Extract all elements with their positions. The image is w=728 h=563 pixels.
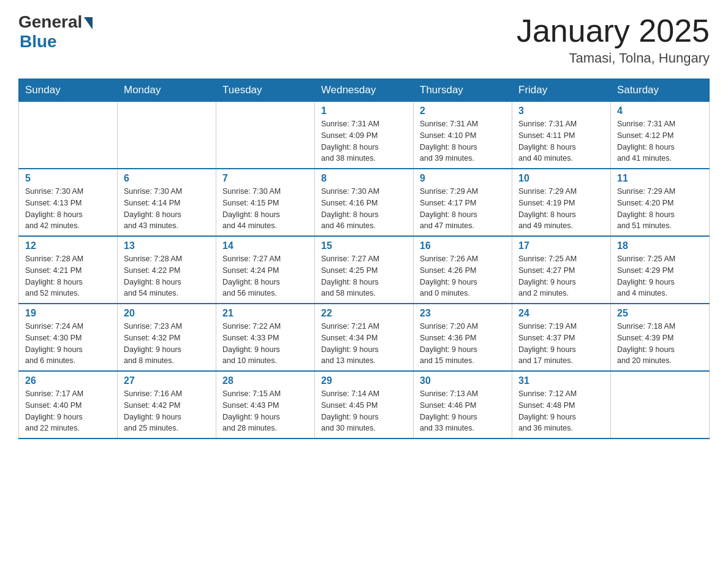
calendar-header-thursday: Thursday xyxy=(414,79,512,102)
calendar-cell: 25Sunrise: 7:18 AMSunset: 4:39 PMDayligh… xyxy=(611,304,710,371)
calendar-cell: 29Sunrise: 7:14 AMSunset: 4:45 PMDayligh… xyxy=(315,371,414,439)
day-number: 12 xyxy=(25,240,111,251)
day-info: Sunrise: 7:21 AMSunset: 4:34 PMDaylight:… xyxy=(321,321,407,367)
day-number: 22 xyxy=(321,308,407,319)
day-number: 15 xyxy=(321,240,407,251)
day-info: Sunrise: 7:31 AMSunset: 4:11 PMDaylight:… xyxy=(518,118,604,164)
calendar-cell: 10Sunrise: 7:29 AMSunset: 4:19 PMDayligh… xyxy=(512,169,611,236)
calendar-header-tuesday: Tuesday xyxy=(216,79,315,102)
day-number: 23 xyxy=(420,308,506,319)
calendar-cell: 18Sunrise: 7:25 AMSunset: 4:29 PMDayligh… xyxy=(611,236,710,304)
day-number: 31 xyxy=(518,375,604,386)
calendar-header-monday: Monday xyxy=(118,79,216,102)
calendar-cell: 26Sunrise: 7:17 AMSunset: 4:40 PMDayligh… xyxy=(19,371,118,439)
calendar-cell: 8Sunrise: 7:30 AMSunset: 4:16 PMDaylight… xyxy=(315,169,414,236)
day-number: 6 xyxy=(124,173,210,184)
day-number: 5 xyxy=(25,173,111,184)
day-number: 2 xyxy=(420,105,506,117)
day-info: Sunrise: 7:31 AMSunset: 4:09 PMDaylight:… xyxy=(321,118,407,164)
calendar-cell: 7Sunrise: 7:30 AMSunset: 4:15 PMDaylight… xyxy=(216,169,315,236)
day-number: 26 xyxy=(25,375,111,386)
day-number: 17 xyxy=(518,240,604,251)
calendar-cell: 13Sunrise: 7:28 AMSunset: 4:22 PMDayligh… xyxy=(118,236,216,304)
calendar-cell: 27Sunrise: 7:16 AMSunset: 4:42 PMDayligh… xyxy=(118,371,216,439)
day-info: Sunrise: 7:16 AMSunset: 4:42 PMDaylight:… xyxy=(124,388,210,434)
calendar-cell: 11Sunrise: 7:29 AMSunset: 4:20 PMDayligh… xyxy=(611,169,710,236)
day-info: Sunrise: 7:15 AMSunset: 4:43 PMDaylight:… xyxy=(222,388,308,434)
day-number: 11 xyxy=(617,173,703,184)
calendar-cell: 16Sunrise: 7:26 AMSunset: 4:26 PMDayligh… xyxy=(414,236,512,304)
day-number: 13 xyxy=(124,240,210,251)
calendar-cell: 19Sunrise: 7:24 AMSunset: 4:30 PMDayligh… xyxy=(19,304,118,371)
day-info: Sunrise: 7:22 AMSunset: 4:33 PMDaylight:… xyxy=(222,321,308,367)
day-info: Sunrise: 7:19 AMSunset: 4:37 PMDaylight:… xyxy=(518,321,604,367)
page-header: General Blue January 2025 Tamasi, Tolna,… xyxy=(18,12,710,66)
calendar-week-row-4: 26Sunrise: 7:17 AMSunset: 4:40 PMDayligh… xyxy=(19,371,710,439)
day-number: 14 xyxy=(222,240,308,251)
title-section: January 2025 Tamasi, Tolna, Hungary xyxy=(517,12,710,66)
calendar-cell: 2Sunrise: 7:31 AMSunset: 4:10 PMDaylight… xyxy=(414,102,512,169)
day-number: 10 xyxy=(518,173,604,184)
day-info: Sunrise: 7:27 AMSunset: 4:24 PMDaylight:… xyxy=(222,253,308,299)
day-number: 28 xyxy=(222,375,308,386)
calendar-week-row-2: 12Sunrise: 7:28 AMSunset: 4:21 PMDayligh… xyxy=(19,236,710,304)
calendar-cell: 22Sunrise: 7:21 AMSunset: 4:34 PMDayligh… xyxy=(315,304,414,371)
day-info: Sunrise: 7:18 AMSunset: 4:39 PMDaylight:… xyxy=(617,321,703,367)
day-number: 16 xyxy=(420,240,506,251)
calendar-cell: 24Sunrise: 7:19 AMSunset: 4:37 PMDayligh… xyxy=(512,304,611,371)
calendar-cell: 28Sunrise: 7:15 AMSunset: 4:43 PMDayligh… xyxy=(216,371,315,439)
day-info: Sunrise: 7:29 AMSunset: 4:17 PMDaylight:… xyxy=(420,186,506,232)
calendar-cell: 30Sunrise: 7:13 AMSunset: 4:46 PMDayligh… xyxy=(414,371,512,439)
day-info: Sunrise: 7:13 AMSunset: 4:46 PMDaylight:… xyxy=(420,388,506,434)
calendar-cell xyxy=(118,102,216,169)
calendar-cell xyxy=(216,102,315,169)
calendar-header-row: SundayMondayTuesdayWednesdayThursdayFrid… xyxy=(19,79,710,102)
day-number: 18 xyxy=(617,240,703,251)
day-number: 29 xyxy=(321,375,407,386)
day-info: Sunrise: 7:28 AMSunset: 4:22 PMDaylight:… xyxy=(124,253,210,299)
calendar-header-saturday: Saturday xyxy=(611,79,710,102)
day-info: Sunrise: 7:14 AMSunset: 4:45 PMDaylight:… xyxy=(321,388,407,434)
day-number: 25 xyxy=(617,308,703,319)
day-number: 21 xyxy=(222,308,308,319)
calendar-cell: 1Sunrise: 7:31 AMSunset: 4:09 PMDaylight… xyxy=(315,102,414,169)
calendar-cell: 9Sunrise: 7:29 AMSunset: 4:17 PMDaylight… xyxy=(414,169,512,236)
day-info: Sunrise: 7:30 AMSunset: 4:14 PMDaylight:… xyxy=(124,186,210,232)
calendar-cell: 17Sunrise: 7:25 AMSunset: 4:27 PMDayligh… xyxy=(512,236,611,304)
logo-general-text: General xyxy=(18,12,82,32)
calendar-cell xyxy=(19,102,118,169)
calendar-cell: 20Sunrise: 7:23 AMSunset: 4:32 PMDayligh… xyxy=(118,304,216,371)
logo-blue-text: Blue xyxy=(20,32,57,52)
day-info: Sunrise: 7:25 AMSunset: 4:27 PMDaylight:… xyxy=(518,253,604,299)
logo-triangle-icon xyxy=(84,17,93,29)
calendar-cell: 15Sunrise: 7:27 AMSunset: 4:25 PMDayligh… xyxy=(315,236,414,304)
logo: General Blue xyxy=(18,12,93,52)
calendar-week-row-0: 1Sunrise: 7:31 AMSunset: 4:09 PMDaylight… xyxy=(19,102,710,169)
calendar-cell: 5Sunrise: 7:30 AMSunset: 4:13 PMDaylight… xyxy=(19,169,118,236)
calendar-cell: 6Sunrise: 7:30 AMSunset: 4:14 PMDaylight… xyxy=(118,169,216,236)
calendar-cell: 21Sunrise: 7:22 AMSunset: 4:33 PMDayligh… xyxy=(216,304,315,371)
day-number: 19 xyxy=(25,308,111,319)
calendar-cell xyxy=(611,371,710,439)
calendar-cell: 4Sunrise: 7:31 AMSunset: 4:12 PMDaylight… xyxy=(611,102,710,169)
day-info: Sunrise: 7:23 AMSunset: 4:32 PMDaylight:… xyxy=(124,321,210,367)
day-info: Sunrise: 7:30 AMSunset: 4:15 PMDaylight:… xyxy=(222,186,308,232)
day-number: 4 xyxy=(617,105,703,117)
day-info: Sunrise: 7:30 AMSunset: 4:16 PMDaylight:… xyxy=(321,186,407,232)
day-number: 27 xyxy=(124,375,210,386)
day-info: Sunrise: 7:31 AMSunset: 4:10 PMDaylight:… xyxy=(420,118,506,164)
location-text: Tamasi, Tolna, Hungary xyxy=(517,50,710,66)
day-info: Sunrise: 7:29 AMSunset: 4:20 PMDaylight:… xyxy=(617,186,703,232)
day-info: Sunrise: 7:31 AMSunset: 4:12 PMDaylight:… xyxy=(617,118,703,164)
calendar-cell: 31Sunrise: 7:12 AMSunset: 4:48 PMDayligh… xyxy=(512,371,611,439)
day-info: Sunrise: 7:29 AMSunset: 4:19 PMDaylight:… xyxy=(518,186,604,232)
month-title: January 2025 xyxy=(517,12,710,49)
day-info: Sunrise: 7:17 AMSunset: 4:40 PMDaylight:… xyxy=(25,388,111,434)
day-number: 8 xyxy=(321,173,407,184)
day-number: 1 xyxy=(321,105,407,117)
day-info: Sunrise: 7:20 AMSunset: 4:36 PMDaylight:… xyxy=(420,321,506,367)
day-info: Sunrise: 7:28 AMSunset: 4:21 PMDaylight:… xyxy=(25,253,111,299)
day-number: 20 xyxy=(124,308,210,319)
calendar-cell: 3Sunrise: 7:31 AMSunset: 4:11 PMDaylight… xyxy=(512,102,611,169)
calendar-cell: 23Sunrise: 7:20 AMSunset: 4:36 PMDayligh… xyxy=(414,304,512,371)
